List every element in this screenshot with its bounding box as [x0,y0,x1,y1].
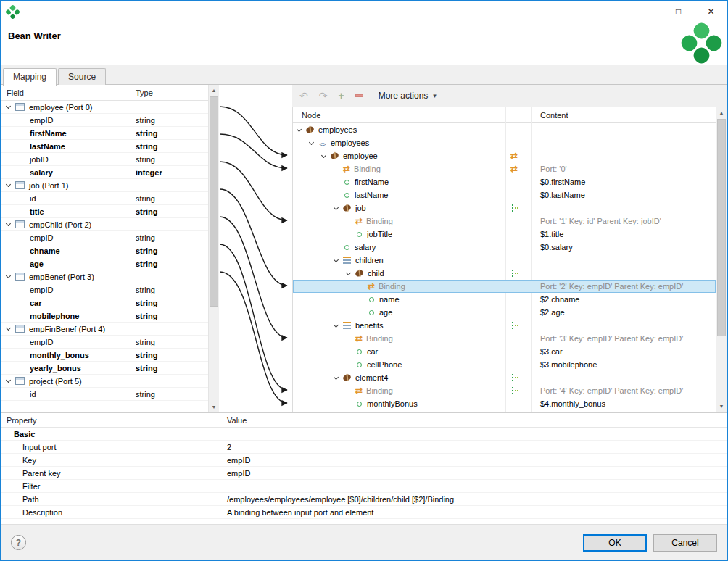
field-row[interactable]: firstNamestring [1,127,208,140]
field-row[interactable]: carstring [1,296,208,309]
node-cell: child [293,267,505,280]
field-row[interactable]: mobilephonestring [1,309,208,323]
node-row[interactable]: cellPhone$3.mobilephone [293,358,716,371]
redo-icon[interactable]: ↷ [319,90,328,101]
right-scrollbar[interactable]: ▲ ▼ [716,107,727,412]
port-group-row[interactable]: empFinBenef (Port 4) [1,323,208,336]
chevron-down-icon[interactable] [334,374,339,379]
chevron-down-icon[interactable] [334,322,339,327]
help-icon[interactable]: ? [11,535,26,550]
ok-button[interactable]: OK [583,534,647,552]
right-scroll-thumb[interactable] [717,119,726,336]
field-row[interactable]: monthly_bonusstring [1,349,208,362]
node-row[interactable]: firstName$0.firstName [293,175,716,188]
node-row[interactable]: monthlyBonus$4.monthly_bonus [293,397,716,410]
node-row[interactable]: employees [293,123,716,136]
node-row[interactable]: employees [293,136,716,149]
node-row[interactable]: benefits [293,319,716,332]
chevron-down-icon[interactable] [6,104,11,109]
chevron-down-icon[interactable] [297,126,302,131]
field-row[interactable]: chnamestring [1,244,208,257]
chevron-down-icon[interactable] [6,273,11,278]
chevron-down-icon[interactable] [6,182,11,187]
port-group-row[interactable]: job (Port 1) [1,179,208,192]
property-row[interactable]: Input port2 [1,441,727,454]
content-column-header[interactable]: Content [540,111,568,120]
property-row[interactable]: Filter [1,480,727,493]
field-row[interactable]: empIDstring [1,336,208,349]
field-row[interactable]: yearly_bonusstring [1,362,208,375]
port-group-row[interactable]: empBenef (Port 3) [1,270,208,283]
node-row[interactable]: employee [293,149,716,162]
add-element-icon[interactable]: + [338,90,344,101]
node-row[interactable]: lastName$0.lastName [293,188,716,201]
scroll-up-icon[interactable]: ▲ [209,85,219,96]
node-row[interactable]: salary$0.salary [293,241,716,254]
chevron-down-icon[interactable] [346,270,351,275]
field-row[interactable]: empIDstring [1,114,208,127]
field-row[interactable]: agestring [1,257,208,270]
port-group-row[interactable]: empChild (Port 2) [1,218,208,231]
node-row[interactable]: jobTitle$1.title [293,228,716,241]
field-row[interactable]: empIDstring [1,231,208,244]
chevron-down-icon[interactable] [6,325,11,331]
port-group-row[interactable]: project (Port 5) [1,375,208,388]
chevron-down-icon[interactable] [6,378,11,383]
field-row[interactable]: titlestring [1,205,208,218]
property-name: Key [1,456,227,465]
field-row[interactable]: salaryinteger [1,166,208,179]
property-table-header: Property Value [1,413,727,428]
field-row[interactable]: empIDstring [1,283,208,296]
chevron-down-icon[interactable] [334,257,339,262]
field-row[interactable]: idstring [1,388,208,401]
port-record-icon [15,273,25,280]
scroll-up-icon[interactable]: ▲ [716,107,727,118]
node-row[interactable]: children [293,254,716,267]
node-cell: Binding [293,384,505,397]
chevron-down-icon[interactable] [6,221,11,226]
property-row[interactable]: Path/employees/employees/employee [$0]/c… [1,493,727,506]
undo-icon[interactable]: ↶ [299,90,308,101]
binding-node-row[interactable]: BindingPort: '2' Key: empID' Parent Key:… [293,280,716,293]
binding-node-row[interactable]: BindingPort: '0' [293,162,716,175]
port-group-row[interactable]: employee (Port 0) [1,101,208,114]
node-row[interactable]: age$2.age [293,306,716,319]
chevron-down-icon[interactable] [321,152,326,157]
field-column-header[interactable]: Field [1,85,131,100]
node-row[interactable]: child [293,267,716,280]
field-row[interactable]: idstring [1,192,208,205]
left-scrollbar[interactable]: ▲ ▼ [208,85,219,412]
property-row[interactable]: DescriptionA binding between input port … [1,506,727,519]
binding-node-row[interactable]: BindingPort: '1' Key: id' Parent Key: jo… [293,215,716,228]
field-label: empBenef (Port 3) [29,273,94,281]
property-row[interactable]: KeyempID [1,454,727,467]
property-row[interactable]: Basic [1,428,727,441]
scroll-down-icon[interactable]: ▼ [716,401,727,412]
cancel-button[interactable]: Cancel [653,534,717,552]
tab-source[interactable]: Source [58,68,106,85]
node-cell: benefits [293,319,505,332]
close-button[interactable]: ✕ [695,1,727,22]
node-column-header[interactable]: Node [302,111,320,120]
more-actions-button[interactable]: More actions ▾ [374,88,441,103]
tab-mapping[interactable]: Mapping [3,68,57,86]
chevron-down-icon[interactable] [334,204,339,209]
left-scroll-thumb[interactable] [210,96,218,307]
scroll-down-icon[interactable]: ▼ [209,402,219,412]
remove-element-icon[interactable] [355,94,363,97]
binding-node-row[interactable]: BindingPort: '4' Key: empID' Parent Key:… [293,384,716,397]
maximize-button[interactable]: □ [662,1,695,22]
node-row[interactable]: job [293,201,716,215]
titlebar[interactable]: – □ ✕ [1,1,727,22]
minimize-button[interactable]: – [629,1,662,22]
binding-node-row[interactable]: BindingPort: '3' Key: empID' Parent Key:… [293,332,716,345]
node-row[interactable]: element4 [293,371,716,384]
node-row[interactable]: car$3.car [293,345,716,358]
property-row[interactable]: Parent keyempID [1,467,727,480]
content-cell [531,371,716,384]
node-row[interactable]: name$2.chname [293,293,716,306]
field-row[interactable]: lastNamestring [1,140,208,153]
chevron-down-icon[interactable] [309,139,314,144]
field-row[interactable]: jobIDstring [1,153,208,166]
type-column-header[interactable]: Type [131,85,219,100]
